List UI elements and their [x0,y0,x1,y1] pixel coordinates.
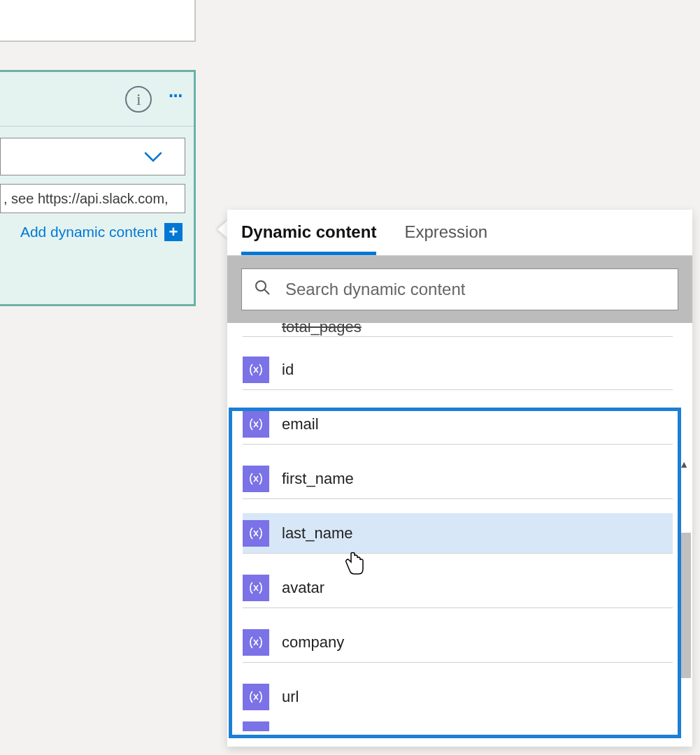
variable-icon [243,684,269,710]
variable-icon [243,629,269,656]
message-text-input[interactable]: , see https://api.slack.com, [0,184,185,213]
dynamic-content-popout: Dynamic content Expression ▲ total_pages… [227,210,692,747]
previous-step-fragment [0,0,196,42]
chevron-down-icon [144,146,162,168]
variable-icon [243,520,269,547]
item-label: last_name [282,524,353,542]
message-text-value: , see https://api.slack.com, [3,191,169,207]
list-item[interactable]: last_name [243,513,673,554]
action-card-header: i ··· [0,72,194,127]
item-label: avatar [282,579,324,597]
item-label: email [282,415,319,433]
list-item[interactable]: email [243,404,673,445]
channel-dropdown[interactable] [0,138,185,175]
plus-icon[interactable]: + [164,223,183,241]
action-card-body: , see https://api.slack.com, Add dynamic… [0,127,194,241]
list-item[interactable]: first_name [243,459,673,499]
variable-icon [243,575,269,601]
list-item[interactable]: total_pages [243,323,673,337]
variable-icon [243,721,269,731]
popout-tabs: Dynamic content Expression [227,210,692,256]
search-box [241,268,678,310]
tab-expression[interactable]: Expression [404,222,487,255]
list-item[interactable]: company [243,622,673,663]
item-label: first_name [282,470,354,488]
item-label: total_pages [243,323,362,336]
action-card: i ··· , see https://api.slack.com, Add d… [0,70,196,306]
item-label: url [282,688,299,706]
svg-point-0 [256,281,266,291]
add-dynamic-content-row: Add dynamic content + [0,223,185,241]
more-menu-icon[interactable]: ··· [167,81,181,117]
svg-line-1 [265,290,270,295]
info-icon[interactable]: i [125,86,152,113]
item-label: company [282,633,344,652]
list-item[interactable]: avatar [243,568,673,608]
scroll-up-arrow[interactable]: ▲ [679,459,689,470]
dynamic-items-list: ▲ total_pages id email first_name [227,323,692,747]
add-dynamic-content-link[interactable]: Add dynamic content [20,224,157,240]
list-item[interactable]: id [243,350,673,390]
list-item[interactable]: url [243,677,673,717]
variable-icon [243,411,269,438]
tab-dynamic-content[interactable]: Dynamic content [241,222,376,255]
search-icon [255,280,270,299]
list-item-partial [243,721,680,731]
variable-icon [243,357,269,383]
item-label: id [282,361,294,379]
search-input[interactable] [285,280,665,299]
scrollbar-thumb[interactable] [678,533,691,678]
search-bar-zone [227,256,692,323]
variable-icon [243,466,269,492]
